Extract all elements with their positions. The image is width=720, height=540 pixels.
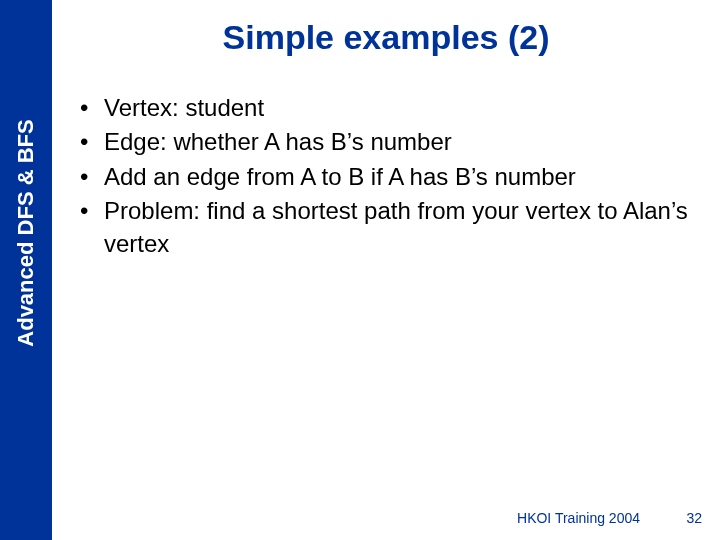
sidebar: Advanced DFS & BFS bbox=[0, 0, 52, 540]
list-item: Edge: whether A has B’s number bbox=[78, 126, 690, 158]
list-item: Vertex: student bbox=[78, 92, 690, 124]
page-number: 32 bbox=[686, 510, 702, 526]
list-item: Add an edge from A to B if A has B’s num… bbox=[78, 161, 690, 193]
list-item: Problem: find a shortest path from your … bbox=[78, 195, 690, 260]
slide-content: Vertex: student Edge: whether A has B’s … bbox=[78, 92, 690, 262]
footer-text: HKOI Training 2004 bbox=[517, 510, 640, 526]
bullet-list: Vertex: student Edge: whether A has B’s … bbox=[78, 92, 690, 260]
slide-title: Simple examples (2) bbox=[52, 18, 720, 57]
sidebar-label: Advanced DFS & BFS bbox=[13, 119, 39, 346]
